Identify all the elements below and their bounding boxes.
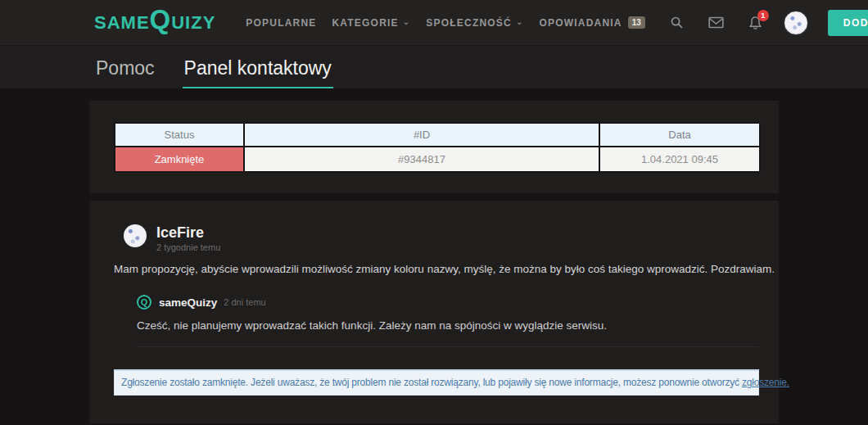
reopen-ticket-link[interactable]: zgłoszenie. bbox=[742, 377, 789, 388]
notification-count-badge: 1 bbox=[757, 10, 769, 21]
col-header-status: Status bbox=[115, 123, 244, 147]
messages-icon[interactable] bbox=[708, 16, 724, 29]
notice-text: Zgłoszenie zostało zamknięte. Jeżeli uwa… bbox=[121, 377, 742, 388]
post-message: Mam propozycję, abyście wprowadzili możl… bbox=[114, 263, 759, 275]
main-menu: POPULARNE KATEGORIE ⌄ SPOŁECZNOŚĆ ⌄ OPOW… bbox=[230, 16, 644, 29]
post-timestamp: 2 tygodnie temu bbox=[156, 242, 220, 252]
nav-item-opowiadania[interactable]: OPOWIADANIA 13 bbox=[539, 16, 644, 29]
navbar-actions: 1 DODAJ bbox=[645, 10, 868, 36]
post-header: IceFire 2 tygodnie temu bbox=[124, 224, 759, 252]
nav-item-label: OPOWIADANIA bbox=[539, 17, 622, 29]
table-row: Zamknięte #9344817 1.04.2021 09:45 bbox=[115, 147, 760, 172]
page: SAMEQUIZY POPULARNE KATEGORIE ⌄ SPOŁECZN… bbox=[0, 0, 868, 425]
avatar-letter: Q bbox=[141, 297, 148, 307]
main-content: Status #ID Data Zamknięte #9344817 1.04.… bbox=[89, 101, 779, 423]
notifications-bell-icon[interactable]: 1 bbox=[748, 16, 762, 30]
navbar: SAMEQUIZY POPULARNE KATEGORIE ⌄ SPOŁECZN… bbox=[0, 0, 868, 45]
opowiadania-count-badge: 13 bbox=[628, 16, 645, 29]
ticket-thread-panel: IceFire 2 tygodnie temu Mam propozycję, … bbox=[89, 201, 779, 423]
reply-timestamp: 2 dni temu bbox=[224, 297, 265, 307]
nav-item-spolecznosc[interactable]: SPOŁECZNOŚĆ ⌄ bbox=[426, 17, 523, 29]
avatar[interactable]: Q bbox=[137, 295, 151, 310]
divider bbox=[137, 346, 759, 347]
site-logo[interactable]: SAMEQUIZY bbox=[94, 11, 215, 34]
col-header-date: Data bbox=[599, 123, 760, 147]
ticket-table: Status #ID Data Zamknięte #9344817 1.04.… bbox=[114, 122, 761, 173]
status-badge: Zamknięte bbox=[115, 147, 244, 172]
nav-item-kategorie[interactable]: KATEGORIE ⌄ bbox=[332, 17, 411, 29]
reply-header: Q sameQuizy 2 dni temu bbox=[137, 295, 759, 310]
search-icon[interactable] bbox=[670, 16, 684, 29]
post-author-block: IceFire 2 tygodnie temu bbox=[156, 224, 220, 252]
user-avatar[interactable] bbox=[784, 11, 808, 35]
ticket-date: 1.04.2021 09:45 bbox=[599, 147, 760, 172]
logo-text: SAME bbox=[94, 12, 150, 34]
section-tabs: Pomoc Panel kontaktowy bbox=[0, 45, 868, 88]
nav-item-label: KATEGORIE bbox=[332, 17, 399, 29]
ticket-summary-panel: Status #ID Data Zamknięte #9344817 1.04.… bbox=[89, 101, 779, 193]
closed-ticket-notice: Zgłoszenie zostało zamknięte. Jeżeli uwa… bbox=[114, 369, 759, 396]
logo-text: UIZY bbox=[171, 12, 215, 34]
reply-author[interactable]: sameQuizy bbox=[159, 296, 217, 309]
tab-pomoc[interactable]: Pomoc bbox=[94, 47, 156, 88]
chevron-down-icon: ⌄ bbox=[516, 17, 524, 26]
avatar[interactable] bbox=[124, 224, 147, 247]
nav-item-popularne[interactable]: POPULARNE bbox=[246, 17, 316, 29]
ticket-id: #9344817 bbox=[244, 147, 599, 172]
logo-q-letter: Q bbox=[150, 11, 172, 28]
col-header-id: #ID bbox=[244, 123, 599, 147]
nav-item-label: SPOŁECZNOŚĆ bbox=[426, 17, 512, 29]
table-header-row: Status #ID Data bbox=[115, 123, 760, 147]
reply-message: Cześć, nie planujemy wprowadzać takich f… bbox=[137, 319, 759, 332]
reply: Q sameQuizy 2 dni temu Cześć, nie planuj… bbox=[137, 295, 759, 332]
post-author[interactable]: IceFire bbox=[156, 224, 220, 241]
nav-item-label: POPULARNE bbox=[246, 17, 316, 29]
tab-panel-kontaktowy[interactable]: Panel kontaktowy bbox=[183, 47, 333, 88]
chevron-down-icon: ⌄ bbox=[403, 17, 411, 26]
add-button[interactable]: DODAJ bbox=[828, 10, 868, 36]
